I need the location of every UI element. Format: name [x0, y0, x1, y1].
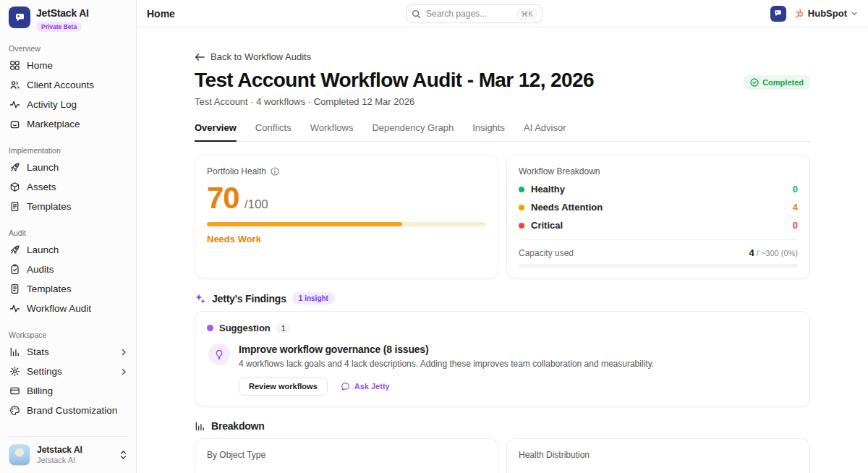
chat-bubble-icon [341, 382, 350, 391]
ask-jetty-button[interactable]: Ask Jetty [341, 382, 390, 391]
sidebar-item-impl-launch[interactable]: Launch [9, 158, 127, 177]
row-value: 0 [793, 184, 798, 195]
tab-insights[interactable]: Insights [472, 122, 505, 141]
suggestion-group-label: Suggestion [219, 323, 271, 333]
finding-title: Improve workflow governance (8 issues) [239, 344, 798, 355]
sidebar-item-audit-launch[interactable]: Launch [9, 240, 127, 260]
jetstack-logo-icon[interactable] [770, 6, 786, 22]
search-input[interactable]: Search pages... ⌘K [406, 4, 542, 23]
sidebar-item-audit-templates[interactable]: Templates [9, 279, 127, 299]
sidebar-item-marketplace[interactable]: Marketplace [9, 114, 127, 134]
row-label: Critical [531, 220, 563, 231]
chevron-right-icon [120, 349, 127, 356]
gear-icon [9, 366, 20, 378]
clipboard-icon [9, 264, 20, 276]
lightbulb-icon [208, 344, 230, 365]
audit-subtitle: Test Account · 4 workflows · Completed 1… [195, 96, 810, 107]
document-icon [9, 201, 20, 213]
row-label: Needs Attention [531, 202, 603, 213]
health-status-label: Needs Work [207, 234, 486, 244]
sidebar-item-impl-templates[interactable]: Templates [9, 197, 127, 216]
health-score: 70 [207, 181, 239, 216]
credit-card-icon [9, 385, 20, 397]
users-icon [9, 80, 20, 91]
row-value: 0 [793, 220, 798, 231]
review-workflows-button[interactable]: Review workflows [239, 377, 328, 396]
activity-icon [9, 99, 20, 111]
health-distribution-card: Health Distribution Warning 4 100% [506, 438, 810, 473]
sidebar-item-label: Activity Log [27, 99, 127, 110]
rocket-icon [9, 244, 20, 256]
sidebar-section-overview: Overview [9, 44, 127, 53]
findings-title: Jetty's Findings [212, 293, 286, 304]
back-link-label: Back to Workflow Audits [210, 51, 311, 62]
health-progress-bar [207, 222, 486, 226]
sidebar-item-label: Launch [27, 244, 127, 255]
sidebar-item-label: Home [27, 60, 127, 71]
hubspot-logo-icon [793, 8, 804, 19]
tab-ai-advisor[interactable]: AI Advisor [524, 122, 566, 141]
sidebar-item-label: Assets [27, 182, 127, 192]
object-type-chart-card: By Object Type tickets [195, 438, 498, 473]
capacity-count: 4 [749, 247, 754, 258]
sidebar-item-activity-log[interactable]: Activity Log [9, 95, 127, 114]
divider [519, 239, 798, 240]
workspace-switcher[interactable]: Jetstack AI Jetstack AI [9, 436, 127, 466]
page-content: Back to Workflow Audits Test Account Wor… [137, 27, 868, 473]
findings-card: Suggestion 1 Improve workflow governance… [195, 311, 810, 407]
sidebar-item-stats[interactable]: Stats [9, 342, 127, 362]
workflow-breakdown-card: Workflow Breakdown Healthy 0 Needs Atten… [506, 155, 810, 279]
portal-name: HubSpot [808, 8, 847, 19]
sidebar-item-assets[interactable]: Assets [9, 177, 127, 197]
workspace-subtitle: Jetstack AI [37, 456, 82, 465]
status-label: Completed [762, 78, 804, 87]
row-label: Healthy [531, 184, 565, 195]
search-icon [412, 9, 421, 19]
sidebar-item-label: Templates [27, 201, 127, 212]
capacity-suffix: / ~300 (0%) [754, 249, 798, 257]
sidebar-item-audits[interactable]: Audits [9, 260, 127, 279]
brand-logo[interactable]: JetStack AI Private Beta [9, 7, 127, 32]
tab-dependency-graph[interactable]: Dependency Graph [372, 122, 454, 141]
capacity-label: Capacity used [519, 248, 574, 258]
arrow-left-icon [195, 53, 205, 61]
topbar-title: Home [147, 8, 175, 20]
tab-workflows[interactable]: Workflows [310, 122, 354, 141]
topbar: Home Search pages... ⌘K HubSpot [137, 0, 868, 27]
sidebar-item-label: Stats [27, 346, 114, 357]
tab-overview[interactable]: Overview [195, 122, 237, 142]
health-score-max: /100 [244, 197, 268, 212]
workspace-avatar [9, 444, 30, 466]
back-link[interactable]: Back to Workflow Audits [195, 51, 810, 62]
cube-icon [9, 182, 20, 193]
workspace-name: Jetstack AI [37, 445, 82, 455]
row-value: 4 [793, 202, 798, 213]
brand-name: JetStack AI [36, 7, 89, 19]
sidebar-item-billing[interactable]: Billing [9, 381, 127, 401]
tab-bar: Overview Conflicts Workflows Dependency … [195, 122, 810, 142]
breakdown-row-healthy: Healthy 0 [519, 184, 798, 195]
insight-count-badge: 1 insight [292, 292, 335, 304]
sidebar-item-label: Billing [27, 385, 127, 396]
palette-icon [9, 405, 20, 417]
object-type-chart-title: By Object Type [207, 450, 486, 460]
chevron-down-icon [851, 10, 858, 17]
tab-conflicts[interactable]: Conflicts [255, 122, 292, 141]
suggestion-count-badge: 1 [276, 323, 291, 333]
sidebar-section-workspace: Workspace [9, 331, 127, 339]
sidebar-item-home[interactable]: Home [9, 56, 127, 75]
sidebar-item-brand-customization[interactable]: Brand Customization [9, 401, 127, 420]
bag-icon [9, 119, 20, 130]
finding-item: Improve workflow governance (8 issues) 4… [207, 344, 798, 396]
sidebar-item-workflow-audit[interactable]: Workflow Audit [9, 299, 127, 318]
rocket-icon [9, 162, 20, 174]
info-icon[interactable] [271, 167, 279, 176]
warning-dot-icon [519, 205, 524, 210]
sidebar-item-label: Client Accounts [27, 80, 127, 90]
sidebar-item-settings[interactable]: Settings [9, 362, 127, 381]
capacity-value: 4 / ~300 (0%) [749, 247, 798, 258]
portal-switcher[interactable]: HubSpot [793, 8, 858, 19]
document-icon [9, 284, 20, 295]
suggestion-dot-icon [207, 325, 213, 331]
sidebar-item-client-accounts[interactable]: Client Accounts [9, 75, 127, 95]
